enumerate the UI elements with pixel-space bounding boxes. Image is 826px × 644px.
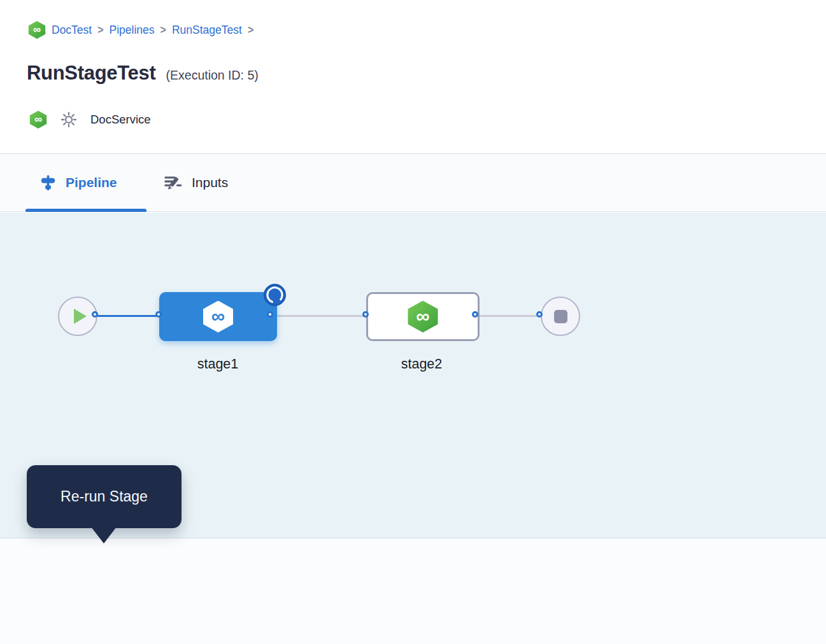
stage-node-stage2[interactable]: ∞ [366,292,480,341]
breadcrumb-separator: > [248,24,253,37]
breadcrumb-link-project[interactable]: DocTest [52,24,92,37]
active-tab-underline [25,209,146,212]
pipeline-start-node[interactable] [58,297,97,336]
play-icon [74,309,87,324]
pipeline-entities-row: ∞ DocService [29,110,151,129]
tab-pipeline[interactable]: Pipeline [39,154,117,211]
connector-dot [362,311,369,318]
page-title: RunStageTest [27,62,156,85]
breadcrumb-separator: > [97,24,103,37]
tab-inputs-label: Inputs [192,175,228,190]
stop-square-icon [554,310,567,323]
connector-dot [472,311,478,318]
stage1-hexagon-icon: ∞ [203,301,234,333]
edge-stage2-to-end [478,315,541,317]
connector-dot [267,311,273,318]
pipeline-hexagon-icon: ∞ [29,111,47,129]
edge-start-to-stage1 [97,315,160,317]
connector-dot [92,311,98,318]
execution-id: (Execution ID: 5) [166,68,259,83]
stage-details-bar: stage1 Started at: 15/11/2021, 11:34:54 … [0,538,826,644]
connector-dot [155,311,162,318]
tooltip-arrow [91,527,117,543]
pipeline-logo-icon: ∞ [28,21,46,39]
page-title-row: RunStageTest (Execution ID: 5) [27,62,259,85]
rerun-stage-tooltip: Re-run Stage [27,465,182,528]
stage2-hexagon-icon: ∞ [407,301,439,333]
breadcrumb-link-pipeline[interactable]: RunStageTest [172,24,242,37]
running-spinner-icon [263,283,287,309]
edge-stage1-to-stage2 [274,315,367,317]
breadcrumb: ∞ DocTest > Pipelines > RunStageTest > [28,21,253,39]
pipeline-execution-screen: ∞ DocTest > Pipelines > RunStageTest > R… [0,0,826,644]
breadcrumb-link-pipelines[interactable]: Pipelines [110,24,155,37]
stage-node-stage1[interactable]: ∞ [159,292,277,341]
pipeline-tab-icon [39,174,57,192]
tooltip-text: Re-run Stage [61,488,148,505]
pipeline-end-node[interactable] [541,297,580,336]
breadcrumb-separator: > [160,24,166,37]
tab-bar: Pipeline Inputs [0,153,826,212]
inputs-edit-icon [163,174,183,192]
service-name[interactable]: DocService [90,113,151,127]
stage1-label: stage1 [160,356,275,372]
gear-icon [61,111,77,128]
connector-dot [536,311,543,318]
tab-inputs[interactable]: Inputs [163,154,228,211]
tab-pipeline-label: Pipeline [66,175,117,190]
stage2-label: stage2 [364,356,479,372]
